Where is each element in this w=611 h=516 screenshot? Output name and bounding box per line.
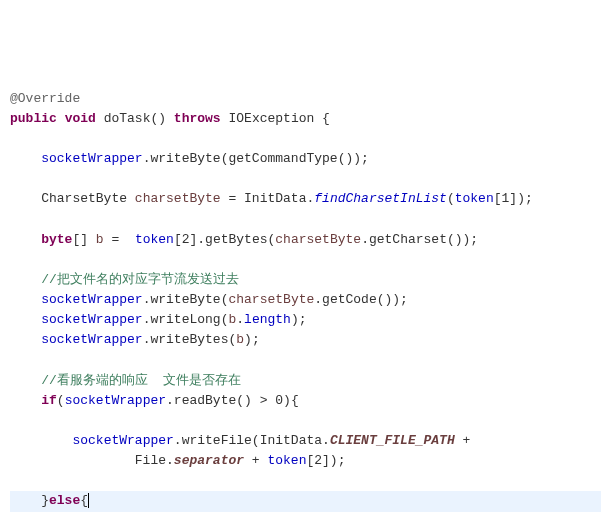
code-block: @Override public void doTask() throws IO… bbox=[10, 89, 601, 516]
